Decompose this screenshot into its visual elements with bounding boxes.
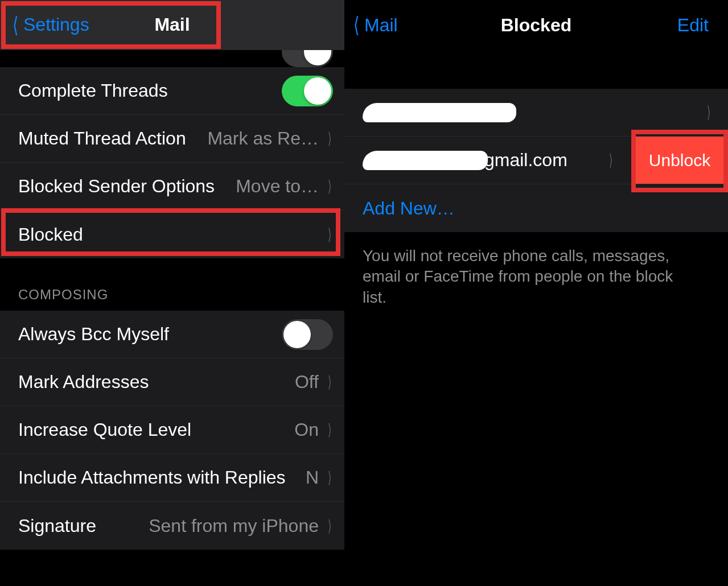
back-label: Settings (23, 14, 89, 35)
chevron-left-icon: ⟨ (13, 13, 19, 38)
chevron-right-icon: ⟩ (328, 177, 332, 196)
row-include-attachments[interactable]: Include Attachments with Replies N ⟩ (0, 454, 344, 502)
chevron-right-icon: ⟩ (328, 420, 332, 439)
chevron-right-icon: ⟩ (328, 373, 332, 391)
chevron-right-icon: ⟩ (328, 129, 332, 148)
value: Off (295, 372, 319, 393)
row-muted-thread-action[interactable]: Muted Thread Action Mark as Re… ⟩ (0, 115, 344, 163)
chevron-right-icon: ⟩ (328, 468, 332, 487)
redacted-text (363, 103, 516, 122)
row-signature[interactable]: Signature Sent from my iPhone ⟩ (0, 502, 344, 550)
label: Muted Thread Action (18, 128, 186, 149)
row-blocked-sender-options[interactable]: Blocked Sender Options Move to… ⟩ (0, 163, 344, 211)
email-suffix: gmail.com (484, 150, 567, 171)
row-blocked[interactable]: Blocked ⟩ (0, 211, 344, 258)
label: Complete Threads (18, 80, 168, 101)
back-mail[interactable]: ⟨ Mail (352, 13, 398, 38)
value: N (306, 467, 319, 488)
toggle-always-bcc[interactable] (282, 319, 333, 350)
blocked-contact-row[interactable]: ⟩ (344, 89, 728, 137)
redacted-text (363, 151, 488, 170)
section-header-composing: COMPOSING (0, 258, 344, 311)
row-always-bcc[interactable]: Always Bcc Myself (0, 311, 344, 358)
back-settings[interactable]: ⟨ Settings (11, 13, 89, 38)
footer-note: You will not receive phone calls, messag… (344, 232, 697, 321)
label: Blocked Sender Options (18, 176, 215, 197)
label: Mark Addresses (18, 372, 149, 393)
unblock-button[interactable]: Unblock (631, 137, 728, 184)
row-complete-threads[interactable]: Complete Threads (0, 67, 344, 115)
label: Increase Quote Level (18, 419, 191, 440)
chevron-right-icon: ⟩ (609, 151, 613, 170)
chevron-left-icon: ⟨ (353, 13, 360, 38)
partial-toggle[interactable] (282, 50, 333, 67)
label: Include Attachments with Replies (18, 467, 286, 488)
row-mark-addresses[interactable]: Mark Addresses Off ⟩ (0, 358, 344, 406)
page-title-mail: Mail (154, 14, 190, 35)
edit-button[interactable]: Edit (677, 15, 720, 36)
chevron-right-icon: ⟩ (328, 517, 332, 535)
value: Move to… (236, 176, 319, 197)
value: On (294, 419, 319, 440)
label: Blocked (18, 224, 83, 245)
chevron-right-icon: ⟩ (707, 103, 711, 122)
value: Mark as Re… (207, 128, 319, 149)
back-label: Mail (364, 15, 398, 36)
add-new-button[interactable]: Add New… (344, 184, 728, 232)
blocked-contact-row-swiped[interactable]: gmail.com ⟩ Unblock (344, 137, 728, 184)
toggle-complete-threads[interactable] (282, 76, 333, 106)
page-title-blocked: Blocked (501, 15, 571, 36)
chevron-right-icon: ⟩ (328, 225, 332, 244)
row-increase-quote-level[interactable]: Increase Quote Level On ⟩ (0, 406, 344, 454)
label: Always Bcc Myself (18, 324, 169, 345)
label: Signature (18, 515, 96, 537)
value: Sent from my iPhone (149, 515, 319, 537)
